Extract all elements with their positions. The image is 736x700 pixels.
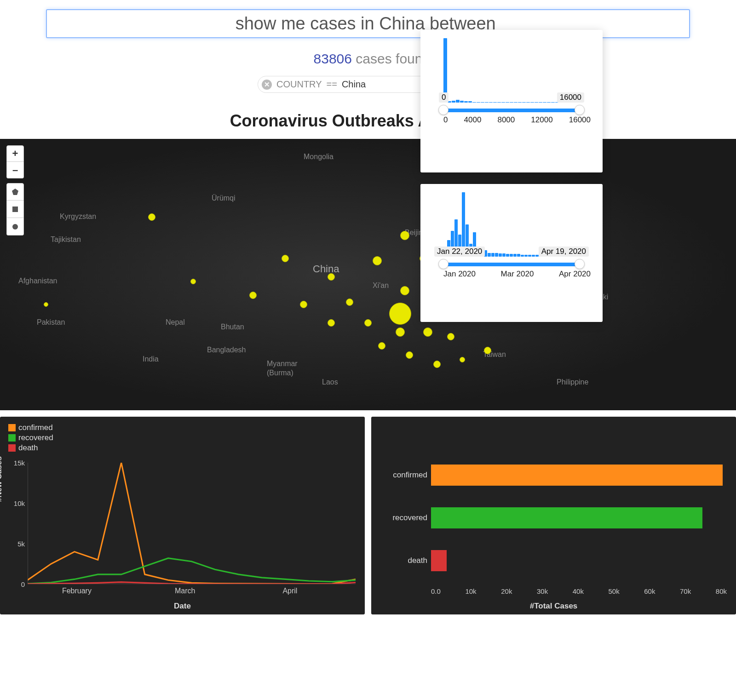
outbreak-dot[interactable] [190,279,196,284]
slider-handle-max[interactable]: 16000 [575,105,585,115]
y-tick: 15k [14,459,25,467]
outbreak-dot[interactable] [44,302,48,307]
svg-point-2 [12,224,18,230]
y-tick: 0 [21,580,25,588]
slider-handle-min[interactable]: 0 [438,105,448,115]
map-panel[interactable]: MongoliaÜrümqiKyrgyzstanTajikistanAfghan… [0,139,736,410]
bar-label: confirmed [380,464,431,487]
legend-item[interactable]: death [8,443,356,453]
filter-field: COUNTRY [276,79,322,90]
outbreak-dot[interactable] [447,333,454,340]
line-chart-panel: confirmedrecovereddeath 05k10k15k Februa… [0,417,365,614]
legend-item[interactable]: recovered [8,433,356,442]
x-tick: 60k [644,587,655,595]
legend-swatch [8,424,16,431]
cases-found-label: 83806 cases foun [0,51,736,67]
line-series-confirmed [28,463,356,584]
y-tick: 10k [14,499,25,507]
outbreak-dot[interactable] [328,319,335,327]
outbreak-dot[interactable] [249,292,257,299]
numeric-range-popover: 0 16000 0400080001200016000 [420,30,603,172]
axis-tick: 12000 [531,115,552,125]
outbreak-dot[interactable] [300,301,307,308]
cases-found-text: cases foun [356,51,422,66]
date-slider[interactable]: Jan 22, 2020 Apr 19, 2020 [443,261,580,267]
axis-tick: 4000 [464,115,482,125]
bar-death[interactable] [431,550,447,571]
x-tick: 30k [537,587,548,595]
bar-chart-panel: confirmedrecovereddeath 0.010k20k30k40k5… [371,417,736,614]
draw-rectangle-button[interactable] [6,201,24,218]
slider-handle-start[interactable]: Jan 22, 2020 [438,259,448,269]
outbreak-dot[interactable] [364,319,372,327]
slider-end-label: Apr 19, 2020 [539,247,589,257]
outbreak-dot[interactable] [389,303,411,325]
outbreak-dot[interactable] [396,327,405,337]
bar-label: recovered [380,506,431,529]
legend-swatch [8,434,16,442]
x-tick: 50k [609,587,620,595]
x-tick: March [175,587,195,595]
axis-tick: Jan 2020 [443,270,476,279]
outbreak-dot[interactable] [400,286,409,295]
outbreak-dot[interactable] [282,255,289,262]
x-tick: April [282,587,297,595]
x-tick: 70k [680,587,691,595]
remove-filter-icon[interactable]: ✕ [262,80,272,90]
axis-tick: Apr 2020 [559,270,591,279]
axis-tick: 16000 [569,115,591,125]
legend-item[interactable]: confirmed [8,423,356,432]
x-axis-label: Date [174,602,191,611]
slider-handle-end[interactable]: Apr 19, 2020 [575,259,585,269]
outbreak-dot[interactable] [328,273,335,281]
outbreak-dot[interactable] [433,361,441,368]
range-slider[interactable]: 0 16000 [443,107,580,113]
axis-tick: 0 [443,115,448,125]
filter-value: China [342,79,366,90]
page-title: Coronavirus Outbreaks Around the [0,111,736,131]
outbreak-dot[interactable] [373,256,382,265]
map-background [0,139,736,410]
x-tick: 80k [716,587,727,595]
slider-start-label: Jan 22, 2020 [434,247,485,257]
outbreak-dot[interactable] [406,351,413,359]
outbreak-dot[interactable] [346,298,353,306]
bar-label: death [380,549,431,572]
x-tick: 40k [573,587,584,595]
bar-recovered[interactable] [431,507,702,528]
legend-swatch [8,444,16,452]
draw-circle-button[interactable] [6,218,24,235]
slider-max-label: 16000 [557,92,584,103]
y-tick: 5k [17,540,25,548]
outbreak-dot[interactable] [400,231,409,240]
line-chart[interactable] [28,463,356,584]
outbreak-dot[interactable] [423,327,432,337]
x-tick: 0.0 [431,587,441,595]
outbreak-dot[interactable] [378,342,385,350]
slider-min-label: 0 [439,92,448,103]
y-axis-label: #New Cases [0,456,4,502]
svg-marker-0 [12,189,18,195]
cases-count: 83806 [314,51,352,66]
x-tick: 20k [501,587,512,595]
zoom-out-button[interactable]: – [6,162,24,178]
axis-tick: Mar 2020 [501,270,534,279]
bar-x-axis-label: #Total Cases [530,602,578,611]
filter-op: == [327,79,337,90]
date-range-popover: Jan 22, 2020 Apr 19, 2020 Jan 2020Mar 20… [420,184,603,322]
x-tick: 10k [465,587,476,595]
bar-confirmed[interactable] [431,465,723,486]
axis-tick: 8000 [497,115,515,125]
x-tick: February [62,587,92,595]
svg-rect-1 [12,207,18,212]
bar-chart[interactable] [431,453,727,582]
line-series-recovered [28,558,356,584]
zoom-in-button[interactable]: + [6,145,24,162]
draw-polygon-button[interactable] [6,183,24,201]
outbreak-dot[interactable] [484,347,491,354]
outbreak-dot[interactable] [460,357,465,362]
outbreak-dot[interactable] [148,213,155,221]
